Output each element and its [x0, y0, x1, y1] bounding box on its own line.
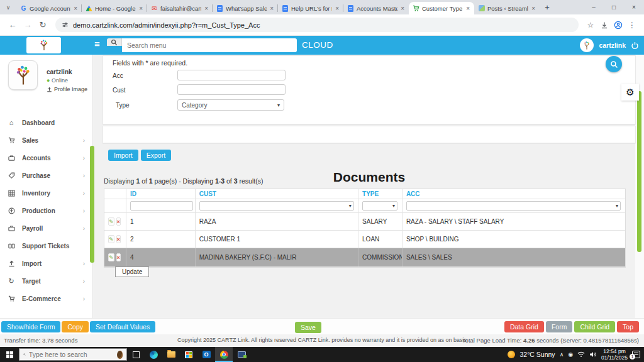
- task-view-button[interactable]: [127, 347, 145, 362]
- sidebar-item-accounts[interactable]: Accounts ›: [0, 149, 92, 167]
- app-logo[interactable]: [26, 37, 61, 53]
- tab-close-icon[interactable]: ×: [73, 5, 78, 12]
- tab-close-icon[interactable]: ×: [465, 5, 470, 12]
- sidebar-item-target[interactable]: ↻ Target ›: [0, 272, 92, 290]
- type-select[interactable]: Category ▾: [177, 99, 284, 111]
- bookmark-star-icon[interactable]: ☆: [584, 21, 597, 30]
- start-button[interactable]: [0, 347, 19, 362]
- edge-app-button[interactable]: [145, 347, 162, 362]
- tray-record-icon[interactable]: ◉: [568, 351, 573, 358]
- sidebar-scrollbar[interactable]: [90, 146, 94, 263]
- taskbar-clock[interactable]: 12:54 pm 01/11/2025: [601, 348, 628, 361]
- tab-close-icon[interactable]: ×: [138, 5, 143, 12]
- volume-icon[interactable]: [589, 351, 597, 358]
- taskbar-search-input[interactable]: [29, 351, 114, 358]
- acc-field[interactable]: [177, 70, 286, 80]
- new-tab-button[interactable]: +: [540, 0, 555, 14]
- set-default-values-button[interactable]: Set Default Values: [90, 321, 155, 332]
- sidebar-item-dashboard[interactable]: ⌂ Dashboard: [0, 114, 92, 131]
- browser-tab-whatsapp-sales[interactable]: What'sapp Sales M ×: [213, 2, 278, 14]
- child-grid-button[interactable]: Child Grid: [574, 321, 615, 332]
- hidden-icons-chevron[interactable]: ∧: [560, 351, 564, 358]
- sidebar-item-ecommerce[interactable]: E-Commerce ›: [0, 290, 92, 307]
- taskbar-search[interactable]: [19, 348, 127, 361]
- site-info-icon[interactable]: [62, 21, 69, 28]
- sidebar-item-sales[interactable]: Sales ›: [0, 131, 92, 149]
- sidebar-toggle-icon[interactable]: ≡: [94, 38, 100, 49]
- page-scrollbar-thumb[interactable]: [637, 91, 641, 252]
- type-filter-select[interactable]: ▾: [362, 201, 397, 211]
- forward-button[interactable]: →: [20, 20, 35, 30]
- delete-icon[interactable]: ×: [116, 253, 121, 261]
- outlook-button[interactable]: O: [197, 347, 215, 362]
- copy-button[interactable]: Copy: [62, 321, 89, 332]
- tab-search-chevron-icon[interactable]: ∨: [0, 0, 16, 14]
- window-maximize-button[interactable]: □: [604, 0, 624, 14]
- window-minimize-button[interactable]: –: [584, 0, 604, 14]
- reload-button[interactable]: ↻: [35, 20, 50, 30]
- profile-image[interactable]: [8, 60, 38, 90]
- edit-pencil-icon[interactable]: ✎: [108, 253, 114, 261]
- browser-tab-help-urls[interactable]: Help URL's for ER ×: [278, 2, 343, 14]
- browser-tab-gmail[interactable]: ✉ faisaltahir@cartzli ×: [147, 2, 213, 14]
- tab-close-icon[interactable]: ×: [269, 5, 274, 12]
- tab-close-icon[interactable]: ×: [400, 5, 405, 12]
- browser-tab-google-drive[interactable]: Home - Google D ×: [82, 2, 147, 14]
- browser-tab-google-accounts[interactable]: G Google Accounts ×: [16, 2, 82, 14]
- sidebar-item-purchase[interactable]: Purchase ›: [0, 167, 92, 184]
- sidebar-item-import[interactable]: Import ›: [0, 255, 92, 272]
- chrome-button-active[interactable]: [215, 347, 233, 362]
- table-row-selected[interactable]: ✎ × 4 MADINA BAKERY (S.F.C) - MALIR COMM…: [104, 248, 625, 267]
- cust-column-header[interactable]: CUST: [196, 189, 358, 199]
- tab-close-icon[interactable]: ×: [335, 5, 340, 12]
- tab-close-icon[interactable]: ×: [204, 5, 209, 12]
- acc-filter-select[interactable]: ▾: [406, 201, 621, 211]
- back-button[interactable]: ←: [5, 20, 20, 30]
- settings-gear-button[interactable]: ⚙: [621, 84, 639, 101]
- import-button[interactable]: Import: [108, 150, 138, 161]
- show-hide-form-button[interactable]: Show/hide Form: [1, 321, 60, 332]
- table-row[interactable]: ✎ × 2 CUSTOMER 1 LOAN SHOP \ BUILDING: [104, 231, 625, 248]
- weather-text[interactable]: 32°C Sunny: [519, 351, 555, 358]
- window-close-button[interactable]: ×: [624, 0, 644, 14]
- edit-pencil-icon[interactable]: ✎: [108, 217, 114, 226]
- sidebar-item-production[interactable]: Production ›: [0, 202, 92, 219]
- remote-desktop-button[interactable]: [233, 347, 250, 362]
- export-button[interactable]: Export: [141, 150, 171, 161]
- cust-field[interactable]: [177, 84, 286, 95]
- search-fab-button[interactable]: [606, 56, 622, 72]
- download-icon[interactable]: [597, 21, 611, 29]
- tab-close-icon[interactable]: ×: [531, 5, 536, 12]
- cust-filter-select[interactable]: ▾: [199, 201, 354, 211]
- sidebar-item-support-tickets[interactable]: Support Tickets: [0, 237, 92, 255]
- edit-pencil-icon[interactable]: ✎: [108, 235, 114, 243]
- notification-center-icon[interactable]: 1: [632, 351, 640, 358]
- type-column-header[interactable]: TYPE: [358, 189, 402, 199]
- wifi-icon[interactable]: [577, 351, 585, 358]
- file-explorer-button[interactable]: [162, 347, 180, 362]
- delete-icon[interactable]: ×: [116, 217, 121, 226]
- browser-tab-posts-streamline[interactable]: Posts ‹ Streamline ×: [474, 2, 540, 14]
- address-bar[interactable]: demo.cartzlink.com/admin/indexyii.php?r=…: [55, 18, 579, 32]
- profile-image-upload[interactable]: Profile Image: [47, 86, 87, 92]
- menu-search-input[interactable]: [122, 38, 297, 52]
- sidebar-item-payroll[interactable]: Payroll ›: [0, 219, 92, 237]
- browser-tab-accounts-master[interactable]: Accounts Master ×: [343, 2, 409, 14]
- profile-avatar-icon[interactable]: [611, 21, 625, 30]
- id-column-header[interactable]: ID: [126, 189, 196, 199]
- table-row[interactable]: ✎ × 1 RAZA SALARY RAZA - SALARY \ STAFF …: [104, 213, 625, 231]
- data-grid-button[interactable]: Data Grid: [504, 321, 544, 332]
- id-filter-input[interactable]: [130, 201, 193, 211]
- save-button[interactable]: Save: [295, 322, 321, 333]
- form-button[interactable]: Form: [546, 321, 573, 332]
- logout-power-icon[interactable]: [631, 41, 639, 50]
- browser-tab-customer-type-active[interactable]: Customer Type W ×: [409, 2, 474, 14]
- browser-menu-icon[interactable]: ⋮: [625, 21, 639, 30]
- user-avatar[interactable]: [580, 38, 594, 52]
- acc-column-header[interactable]: ACC: [402, 189, 625, 199]
- top-button[interactable]: Top: [617, 321, 639, 332]
- microsoft-store-button[interactable]: [180, 347, 197, 362]
- weather-sun-icon[interactable]: [508, 351, 515, 358]
- sidebar-item-inventory[interactable]: Inventory ›: [0, 184, 92, 202]
- delete-icon[interactable]: ×: [116, 235, 121, 243]
